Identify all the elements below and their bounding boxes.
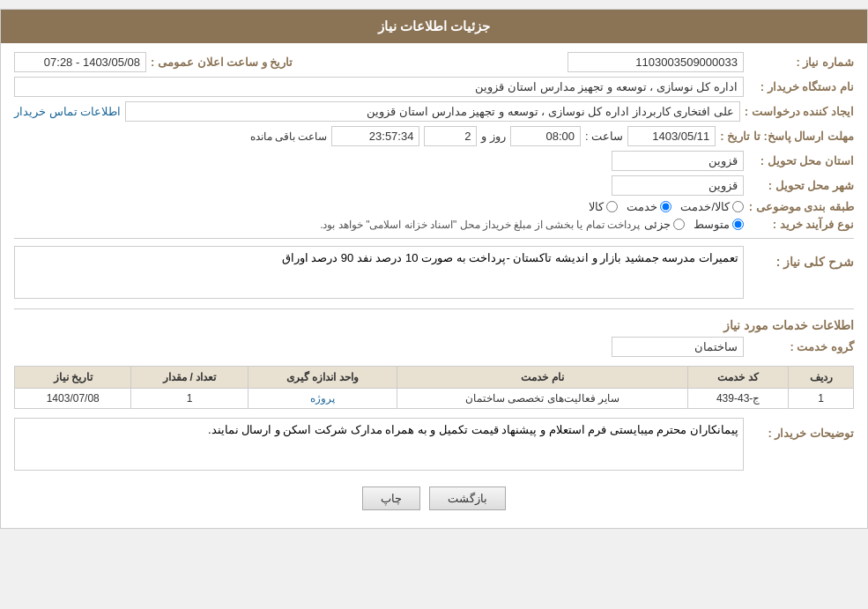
tabaqe-kala-khadamat-radio[interactable] bbox=[732, 201, 744, 212]
nooe-motevaset-label: متوسط bbox=[694, 218, 730, 231]
row-shahr: شهر محل تحویل : قزوین bbox=[14, 175, 854, 196]
shahr-value: قزوین bbox=[612, 175, 744, 196]
col-tedad: تعداد / مقدار bbox=[131, 367, 248, 389]
khadamat-table-section: ردیف کد خدمت نام خدمت واحد اندازه گیری ت… bbox=[14, 366, 854, 409]
col-unit: واحد اندازه گیری bbox=[248, 367, 397, 389]
row-ijad: ایجاد کننده درخواست : علی افتخاری کاربرد… bbox=[14, 101, 854, 122]
row-gorooh: گروه خدمت : ساختمان bbox=[14, 337, 854, 357]
nooe-jozii-radio[interactable] bbox=[673, 219, 685, 230]
tavzih-textarea[interactable] bbox=[14, 418, 744, 471]
sharh-textarea[interactable] bbox=[14, 246, 744, 299]
table-row: 1 ج-43-439 سایر فعالیت‌های تخصصی ساختمان… bbox=[15, 389, 854, 409]
cell-name: سایر فعالیت‌های تخصصی ساختمان bbox=[397, 389, 688, 409]
tavzih-label: توضیحات خریدار : bbox=[748, 427, 854, 440]
tarikh-value: 1403/05/08 - 07:28 bbox=[14, 52, 146, 72]
nooe-label: نوع فرآیند خرید : bbox=[748, 218, 854, 231]
tabaqe-khadamat-item: خدمت bbox=[627, 200, 671, 213]
page-header: جزئیات اطلاعات نیاز bbox=[1, 10, 867, 43]
nooe-note: پرداخت تمام یا بخشی از مبلغ خریداز محل "… bbox=[320, 219, 640, 231]
tabaqe-kala-radio[interactable] bbox=[606, 201, 618, 212]
mohlat-label: مهلت ارسال پاسخ: تا تاریخ : bbox=[720, 130, 854, 143]
ostan-value: قزوین bbox=[612, 151, 744, 171]
shahr-label: شهر محل تحویل : bbox=[748, 179, 854, 192]
nooe-radio-group: متوسط جزئی bbox=[644, 218, 744, 231]
gorooh-label: گروه خدمت : bbox=[748, 340, 854, 353]
row-sharh: شرح کلی نیاز : bbox=[14, 246, 854, 301]
cell-code: ج-43-439 bbox=[688, 389, 789, 409]
cell-tarikh: 1403/07/08 bbox=[15, 389, 131, 409]
nooe-jozii-label: جزئی bbox=[644, 218, 671, 231]
row-tabaqe: طبقه بندی موضوعی : کالا/خدمت خدمت کالا bbox=[14, 200, 854, 213]
divider-2 bbox=[14, 308, 854, 309]
nooe-motevaset-item: متوسط bbox=[694, 218, 744, 231]
col-name: نام خدمت bbox=[397, 367, 688, 389]
nam-dastgah-label: نام دستگاه خریدار : bbox=[748, 80, 854, 93]
col-tarikh: تاریخ نیاز bbox=[15, 367, 131, 389]
sharh-label: شرح کلی نیاز : bbox=[748, 255, 854, 269]
khadamat-section-title: اطلاعات خدمات مورد نیاز bbox=[14, 318, 854, 332]
tarikh-label: تاریخ و ساعت اعلان عمومی : bbox=[151, 56, 293, 69]
ijad-link[interactable]: اطلاعات تماس خریدار bbox=[14, 105, 121, 118]
mohlat-saat: 08:00 bbox=[510, 126, 581, 146]
sharh-container bbox=[14, 246, 744, 301]
content: شماره نیاز : 1103003509000033 تاریخ و سا… bbox=[1, 43, 867, 528]
nam-dastgah-value: اداره کل نوسازی ، توسعه و تجهیز مدارس اس… bbox=[14, 77, 744, 97]
row-nam-dastgah: نام دستگاه خریدار : اداره کل نوسازی ، تو… bbox=[14, 77, 854, 97]
shomara-label: شماره نیاز : bbox=[748, 56, 854, 69]
cell-unit: پروژه bbox=[248, 389, 397, 409]
tabaqe-kala-item: کالا bbox=[589, 200, 618, 213]
btn-bazgasht[interactable]: بازگشت bbox=[429, 486, 506, 510]
page-title: جزئیات اطلاعات نیاز bbox=[378, 19, 490, 33]
page-wrapper: جزئیات اطلاعات نیاز شماره نیاز : 1103003… bbox=[0, 9, 868, 529]
cell-tedad: 1 bbox=[131, 389, 248, 409]
row-shomara: شماره نیاز : 1103003509000033 تاریخ و سا… bbox=[14, 52, 854, 72]
col-code: کد خدمت bbox=[688, 367, 789, 389]
mohlat-rooz: 2 bbox=[424, 126, 477, 146]
nooe-motevaset-radio[interactable] bbox=[732, 219, 744, 230]
remaining-time: 23:57:34 bbox=[331, 126, 419, 146]
khadamat-table: ردیف کد خدمت نام خدمت واحد اندازه گیری ت… bbox=[14, 366, 854, 409]
row-mohlat: مهلت ارسال پاسخ: تا تاریخ : 1403/05/11 س… bbox=[14, 126, 854, 146]
tabaqe-radio-group: کالا/خدمت خدمت کالا bbox=[589, 200, 744, 213]
table-header-row: ردیف کد خدمت نام خدمت واحد اندازه گیری ت… bbox=[15, 367, 854, 389]
remaining-label: ساعت باقی مانده bbox=[250, 130, 328, 143]
tabaqe-khadamat-radio[interactable] bbox=[660, 201, 671, 212]
btn-chap[interactable]: چاپ bbox=[362, 486, 420, 510]
mohlat-saat-label: ساعت : bbox=[585, 130, 623, 143]
cell-radif: 1 bbox=[789, 389, 854, 409]
col-radif: ردیف bbox=[789, 367, 854, 389]
mohlat-date: 1403/05/11 bbox=[627, 126, 716, 146]
row-nooe: نوع فرآیند خرید : متوسط جزئی پرداخت تمام… bbox=[14, 218, 854, 231]
tavzih-container bbox=[14, 418, 744, 473]
tabaqe-kala-khadamat-label: کالا/خدمت bbox=[680, 200, 730, 213]
nooe-jozii-item: جزئی bbox=[644, 218, 685, 231]
row-tavzih: توضیحات خریدار : bbox=[14, 418, 854, 473]
ostan-label: استان محل تحویل : bbox=[748, 154, 854, 167]
tabaqe-label: طبقه بندی موضوعی : bbox=[748, 200, 854, 213]
ijad-label: ایجاد کننده درخواست : bbox=[745, 105, 854, 118]
tabaqe-kala-label: کالا bbox=[589, 200, 604, 213]
row-ostan: استان محل تحویل : قزوین bbox=[14, 151, 854, 171]
shomara-value: 1103003509000033 bbox=[568, 52, 744, 72]
tabaqe-khadamat-label: خدمت bbox=[627, 200, 657, 213]
gorooh-value: ساختمان bbox=[612, 337, 744, 357]
mohlat-rooz-label: روز و bbox=[481, 130, 506, 143]
divider-1 bbox=[14, 238, 854, 239]
ijad-value: علی افتخاری کاربرداز اداره کل نوسازی ، ت… bbox=[125, 101, 740, 122]
buttons-row: بازگشت چاپ bbox=[14, 486, 854, 510]
tabaqe-kala-khadamat-item: کالا/خدمت bbox=[680, 200, 744, 213]
